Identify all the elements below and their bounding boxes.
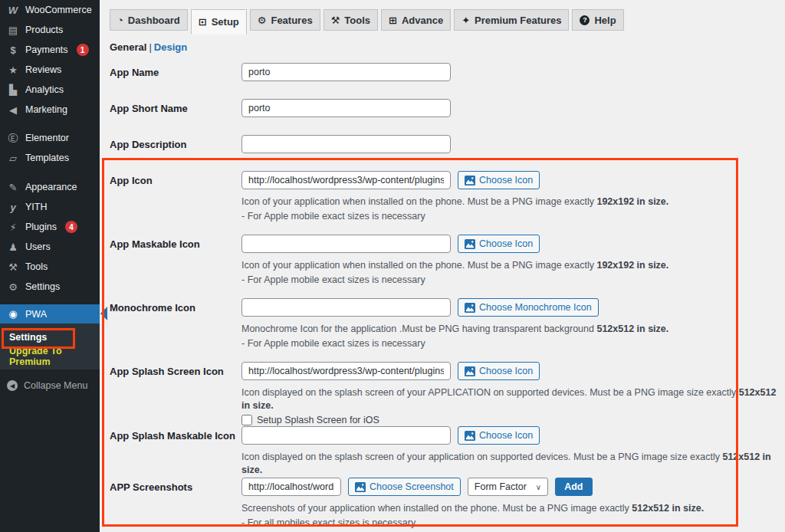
select-value: Form Factor [475,481,527,492]
field-help-text: Icon of your application when installed … [241,259,785,272]
sidebar-item-pwa[interactable]: ◉ PWA [0,304,100,323]
star-icon: ★ [7,65,19,75]
payments-icon: $ [7,45,19,55]
question-mark-icon: ? [580,15,590,25]
image-icon [465,303,475,313]
payments-count-badge: 1 [77,44,89,56]
sidebar-item-label: Payments [25,44,68,55]
sidebar-item-label: Appearance [25,182,77,192]
form-row-app-splash-screen-icon: App Splash Screen Icon Choose Icon Icon … [110,362,785,426]
dashboard-gauge-icon: ◔ [117,15,123,25]
setup-form: App Name App Short Name App Description [110,63,785,530]
tab-help[interactable]: ? Help [572,9,623,31]
subnav-design-link[interactable]: Design [154,41,187,53]
form-row-app-maskable-icon: App Maskable Icon Choose Icon Icon of yo… [110,235,785,298]
field-label: APP Screenshots [110,478,241,530]
tab-premium-features[interactable]: ✦ Premium Features [454,9,569,31]
menu-group-divider [0,120,100,128]
sidebar-item-tools[interactable]: ⚒ Tools [0,257,100,277]
sidebar-item-users[interactable]: ♟ Users [0,237,100,257]
choose-icon-button[interactable]: Choose Icon [458,171,540,189]
tab-setup[interactable]: ⊡ Setup [191,9,247,34]
field-help-text: - For all mobiles exact sizes is necessa… [241,517,785,530]
sidebar-item-plugins[interactable]: ⚡ Plugins 4 [0,217,100,237]
yith-icon: y [7,202,19,212]
form-factor-select[interactable]: Form Factor ∨ [468,478,548,496]
splash-icon-url-input[interactable] [241,362,451,380]
tab-label: Advance [402,15,443,26]
form-row-app-icon: App Icon Choose Icon Icon of your applic… [110,171,785,235]
elementor-icon: Ⓔ [7,133,19,143]
app-maskable-icon-url-input[interactable] [241,235,451,253]
tab-label: Setup [212,16,239,28]
sidebar-item-payments[interactable]: $ Payments 1 [0,40,100,60]
subnav-separator: | [146,41,153,53]
products-icon: ▤ [7,25,19,35]
collapse-arrow-icon: ◀ [7,380,18,391]
ios-splash-checkbox[interactable] [241,415,252,425]
field-help-text: Icon displayed on the splash screen of y… [241,386,785,412]
checkbox-label: Setup Splash Screen for iOS [257,415,379,425]
sidebar-item-woocommerce[interactable]: W WooCommerce [0,0,100,20]
admin-sidebar: W WooCommerce ▤ Products $ Payments 1 ★ … [0,0,100,532]
sidebar-item-label: Elementor [25,133,69,143]
image-icon [355,482,366,492]
choose-screenshot-button[interactable]: Choose Screenshot [348,478,461,496]
app-description-input[interactable] [241,135,451,153]
button-label: Choose Icon [479,238,533,249]
choose-icon-button[interactable]: Choose Icon [458,426,540,445]
app-icon-url-input[interactable] [241,171,451,189]
splash-maskable-icon-url-input[interactable] [241,426,451,445]
submenu-item-settings[interactable]: Settings [0,327,100,346]
field-label: App Maskable Icon [110,235,241,298]
tab-features[interactable]: ⚙ Features [250,9,320,31]
sidebar-item-label: Templates [25,153,69,163]
choose-icon-button[interactable]: Choose Icon [458,235,540,253]
button-label: Choose Monochrome Icon [479,302,592,313]
sidebar-item-elementor[interactable]: Ⓔ Elementor [0,128,100,148]
add-screenshot-button[interactable]: Add [555,478,592,496]
app-name-input[interactable] [241,63,451,81]
field-label: App Name [110,63,241,99]
subnav-general-link[interactable]: General [110,41,146,53]
button-label: Choose Icon [479,175,533,186]
sidebar-item-yith[interactable]: y YITH [0,197,100,217]
sidebar-item-products[interactable]: ▤ Products [0,20,100,40]
plugin-icon: ⚡ [7,222,19,232]
monochrome-icon-url-input[interactable] [241,298,451,317]
collapse-menu-label: Collapse Menu [24,380,87,391]
gear-icon: ⚙ [258,15,267,25]
sidebar-item-appearance[interactable]: ✎ Appearance [0,177,100,197]
app-short-name-input[interactable] [241,99,451,117]
screenshot-url-input[interactable] [241,478,341,496]
tab-label: Tools [344,15,370,26]
form-row-monochrome-icon: Monochrome Icon Choose Monochrome Icon M… [110,298,785,362]
field-label: App Icon [110,171,241,235]
submenu-item-upgrade-premium[interactable]: Upgrade To Premium [0,346,100,366]
sidebar-item-label: Users [25,241,51,252]
collapse-menu-button[interactable]: ◀ Collapse Menu [0,376,100,396]
sidebar-item-templates[interactable]: ▱ Templates [0,148,100,168]
field-label: App Description [110,135,241,171]
field-help-text: - For Apple mobile exact sizes is necess… [241,210,785,223]
tab-label: Premium Features [475,15,561,26]
choose-monochrome-icon-button[interactable]: Choose Monochrome Icon [458,298,599,317]
tab-dashboard[interactable]: ◔ Dashboard [110,9,188,31]
form-row-app-description: App Description [110,135,785,171]
sidebar-item-marketing[interactable]: ◀ Marketing [0,100,100,120]
choose-icon-button[interactable]: Choose Icon [458,362,540,380]
sidebar-item-analytics[interactable]: ▙ Analytics [0,80,100,100]
sidebar-item-label: Products [25,25,63,35]
image-icon [465,366,475,376]
tab-tools[interactable]: ⚒ Tools [324,9,378,31]
field-help-text: Icon of your application when installed … [241,195,785,209]
image-icon [465,431,475,441]
field-help-text: - For Apple mobile exact sizes is necess… [241,274,785,287]
sidebar-item-reviews[interactable]: ★ Reviews [0,60,100,80]
field-help-text: Screenshots of your application when ins… [241,502,785,515]
field-label: Monochrome Icon [110,298,241,362]
tab-advance[interactable]: ⊞ Advance [381,9,451,31]
pwa-icon: ◉ [7,309,19,319]
sidebar-item-settings[interactable]: ⚙ Settings [0,277,100,297]
sidebar-item-label: PWA [25,309,47,320]
